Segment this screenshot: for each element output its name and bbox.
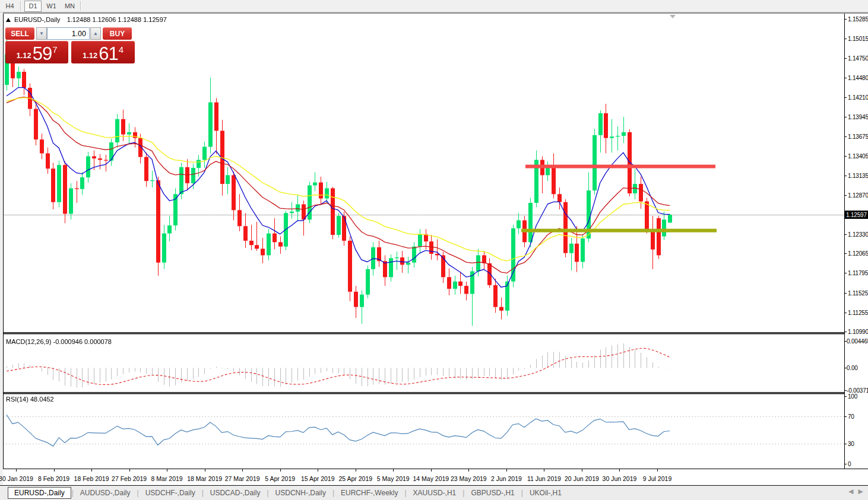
date-axis-tick [16,469,17,472]
date-axis-label: 5 May 2019 [377,475,410,482]
rsi-axis-tick [844,464,847,464]
sell-button[interactable]: SELL [5,27,34,40]
sell-price-pip: 7 [52,44,57,55]
date-axis-label: 30 Jun 2019 [603,475,637,482]
tab-scroll-left-icon[interactable]: ◀ [848,488,853,495]
price-axis-tick [844,97,847,98]
price-axis-label: 1.13945 [848,113,868,120]
date-axis-tick [619,469,620,472]
date-axis-tick [582,469,582,472]
tab-separator: | [72,489,74,497]
price-axis-label: 1.13675 [848,133,868,139]
symbol-tab-usdcnh[interactable]: USDCNH-,Daily [270,488,332,498]
date-axis-tick [280,469,281,472]
tab-separator: | [332,489,334,497]
price-axis-tick [844,117,847,117]
tab-scroll-arrows: ◀ ▶ [848,488,863,495]
price-axis-label: 1.15285 [848,16,868,23]
price-axis-tick [844,273,847,273]
buy-price-big: 61 [99,45,118,62]
symbol-tab-usdcad[interactable]: USDCAD-,Daily [204,488,267,498]
symbol-tabbar: EURUSD-,Daily|AUDUSD-,Daily|USDCHF-,Dail… [0,486,868,500]
tab-separator: | [462,489,464,497]
ohlc-close: 1.12597 [143,16,167,23]
rsi-axis-label: 30 [848,440,854,447]
date-axis-tick [318,469,318,472]
price-axis-border [844,14,845,469]
symbol-tab-ukoil[interactable]: UKOil-,H1 [524,488,568,498]
date-axis-label: 8 Mar 2019 [151,475,183,482]
price-axis-label: 1.12065 [848,250,868,257]
price-axis-tick [844,253,847,254]
timeframe-mn-button[interactable]: MN [61,1,78,12]
rsi-axis-tick [844,444,847,444]
sell-price-base: 1.12 [16,51,31,60]
volume-decrease-button[interactable]: ▼ [36,27,47,40]
tab-separator: | [137,489,139,497]
date-axis-label: 25 Apr 2019 [338,475,372,482]
date-axis-label: 8 Feb 2019 [38,475,69,482]
chevron-up-icon: ▲ [93,31,98,36]
price-axis-label: 1.13405 [848,152,868,159]
timeframe-h4-button[interactable]: H4 [1,1,18,12]
volume-input[interactable] [47,27,90,40]
symbol-tab-eurusd[interactable]: EURUSD-,Daily [8,487,71,499]
symbol-tab-gbpusd[interactable]: GBPUSD-,H1 [465,488,520,498]
date-axis-tick [468,469,469,472]
date-axis-tick [129,469,130,472]
chart-header: EURUSD-,Daily 1.12488 1.12606 1.12488 1.… [6,16,167,23]
price-axis-label: 1.11255 [848,309,868,316]
current-price-tag: 1.12597 [845,211,868,219]
price-axis-label: 1.11795 [848,270,868,276]
sell-price-tile[interactable]: 1.12597 [5,41,68,63]
timeframe-toolbar: H4 D1 W1 MN [0,0,868,12]
date-axis-tick [205,469,205,472]
date-axis-label: 15 Apr 2019 [301,475,335,482]
chart-symbol-label: EURUSD-,Daily [14,16,61,23]
price-axis-tick [844,19,847,20]
price-axis-label: 1.14210 [848,94,868,100]
timeframe-w1-button[interactable]: W1 [43,1,60,12]
date-axis-label: 14 May 2019 [413,475,449,482]
macd-axis-tick [844,368,847,368]
price-axis-tick [844,156,847,157]
symbol-tab-eurchf[interactable]: EURCHF-,Weekly [335,488,404,498]
symbol-tab-audusd[interactable]: AUDUSD-,Daily [74,488,137,498]
tab-scroll-right-icon[interactable]: ▶ [859,488,863,495]
date-axis-label: 30 Jan 2019 [0,475,33,482]
macd-values: -0.000946 0.000078 [53,338,111,345]
price-axis-tick [844,176,847,176]
ohlc-open: 1.12488 [67,16,91,23]
symbol-tab-xauusd[interactable]: XAUUSD-,H1 [407,488,462,498]
scroll-to-end-icon[interactable] [670,15,676,18]
rsi-axis-label: 70 [848,413,854,420]
buy-price-tile[interactable]: 1.12614 [71,41,135,63]
date-axis-tick [54,469,55,472]
price-axis-tick [844,39,847,39]
buy-price-base: 1.12 [83,51,97,60]
volume-increase-button[interactable]: ▲ [90,27,101,40]
macd-axis-tick [844,390,847,391]
date-axis-label: 20 Jun 2019 [565,475,599,482]
price-axis-label: 1.11525 [848,289,868,296]
symbol-tab-usdchf[interactable]: USDCHF-,Daily [140,488,201,498]
date-axis-tick [544,469,544,472]
date-axis-tick [242,469,243,472]
macd-axis-label: 0.004465 [847,338,868,345]
price-axis-tick [844,136,847,137]
date-axis-tick [506,469,507,472]
collapse-panel-icon[interactable] [6,18,11,22]
tab-separator: | [267,489,268,497]
buy-price-pip: 4 [119,44,123,55]
price-axis-tick [844,78,847,78]
price-axis-label: 1.10990 [848,329,868,335]
timeframe-d1-button[interactable]: D1 [24,1,42,12]
rsi-axis-label: 0 [848,461,851,467]
tab-separator: | [404,489,406,497]
rsi-label: RSI(14) 48.0452 [6,396,54,403]
date-axis-label: 18 Feb 2019 [74,475,109,482]
price-chart-canvas[interactable] [3,14,844,469]
date-axis-tick [167,469,167,472]
price-axis-label: 1.14480 [848,74,868,81]
buy-button[interactable]: BUY [103,27,132,40]
